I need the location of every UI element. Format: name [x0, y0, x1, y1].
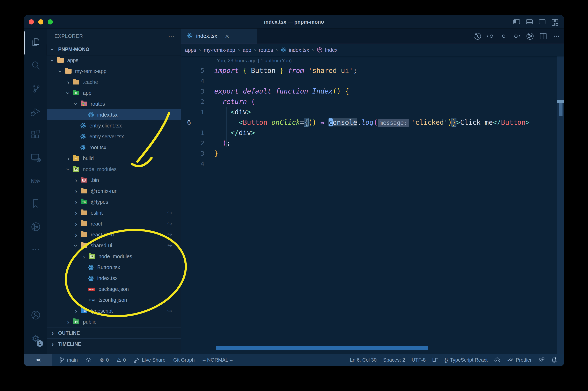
tree-item[interactable]: ›apps	[47, 55, 181, 66]
activity-nx-console[interactable]: N≫	[24, 170, 46, 193]
chevron-right-icon[interactable]: ›	[64, 153, 72, 164]
activity-accounts[interactable]	[24, 304, 46, 327]
tree-item[interactable]: ›⚙app	[47, 88, 181, 98]
tree-item[interactable]: ›01.bin	[47, 175, 181, 186]
zoom-window-button[interactable]	[48, 19, 53, 24]
minimize-window-button[interactable]	[38, 19, 43, 24]
chevron-down-icon[interactable]: ›	[57, 66, 64, 77]
close-tab-icon[interactable]: ×	[225, 33, 229, 40]
tree-item[interactable]: entry.server.tsx	[47, 131, 181, 142]
tree-item[interactable]: index.tsx	[47, 273, 181, 284]
activity-remote-explorer[interactable]	[24, 147, 46, 170]
breadcrumb-item[interactable]: apps	[185, 47, 196, 53]
tree-item[interactable]: ›routes	[47, 98, 181, 109]
code-editor[interactable]: You, 23 hours ago | 1 author (You) 5impo…	[181, 56, 564, 354]
panel-timeline[interactable]: ›TIMELINE	[47, 338, 181, 349]
status-live-share[interactable]: Live Share	[134, 357, 166, 363]
breadcrumb-item[interactable]: my-remix-app	[204, 47, 235, 53]
tree-item[interactable]: ›react↪	[47, 218, 181, 229]
status-language-mode[interactable]: {}TypeScript React	[445, 357, 488, 363]
breadcrumb-item[interactable]: routes	[259, 47, 273, 53]
git-branch-overview-button[interactable]	[525, 32, 535, 41]
chevron-right-icon[interactable]: ›	[72, 229, 80, 240]
tree-item[interactable]: ›public	[47, 316, 181, 327]
timeline-history-button[interactable]	[473, 32, 482, 41]
scrollbar-thumb[interactable]	[557, 100, 564, 103]
horizontal-scrollbar[interactable]	[216, 346, 428, 350]
vertical-scrollbar[interactable]	[557, 56, 564, 354]
activity-run-debug[interactable]	[24, 100, 46, 123]
activity-extensions[interactable]	[24, 123, 46, 147]
close-window-button[interactable]	[29, 19, 34, 24]
chevron-right-icon[interactable]: ›	[72, 175, 80, 186]
tree-item[interactable]: ›react-dom↪	[47, 229, 181, 240]
remote-indicator[interactable]: ><	[24, 354, 52, 366]
status-problems-warnings[interactable]: ⚠0	[116, 357, 126, 363]
status-eol-sequence[interactable]: LF	[432, 357, 438, 363]
chevron-right-icon[interactable]: ›	[72, 305, 80, 316]
chevron-right-icon[interactable]: ›	[64, 77, 72, 88]
tree-item[interactable]: entry.client.tsx	[47, 120, 181, 131]
status-feedback[interactable]	[538, 357, 544, 363]
more-actions-button[interactable]	[552, 32, 561, 41]
tree-item[interactable]: ›@remix-run	[47, 186, 181, 196]
activity-more[interactable]	[24, 239, 46, 262]
layout-sidebar-right-icon[interactable]	[539, 19, 546, 25]
panel-outline[interactable]: ›OUTLINE	[47, 327, 181, 338]
activity-git-graph[interactable]	[24, 216, 46, 239]
chevron-down-icon[interactable]: ›	[72, 98, 80, 109]
split-editor-button[interactable]	[539, 32, 548, 41]
status-indentation[interactable]: Spaces: 2	[383, 357, 405, 363]
tree-item[interactable]: ›○build	[47, 153, 181, 164]
previous-change-button[interactable]	[486, 32, 495, 41]
status-notifications[interactable]	[551, 357, 557, 363]
activity-source-control[interactable]	[24, 78, 46, 100]
tree-item[interactable]: Button.tsx	[47, 262, 181, 273]
status-git-branch[interactable]: main	[59, 357, 78, 363]
tab-index-tsx[interactable]: index.tsx ×	[181, 29, 257, 44]
status-encoding[interactable]: UTF-8	[412, 357, 426, 363]
chevron-right-icon[interactable]: ›	[72, 196, 80, 207]
tree-item[interactable]: ›eslint↪	[47, 207, 181, 218]
chevron-right-icon[interactable]: ›	[80, 251, 88, 262]
tree-item[interactable]: ›TStypescript↪	[47, 305, 181, 316]
activity-bookmarks[interactable]	[24, 193, 46, 216]
workspace-section-header[interactable]: › PNPM-MONO	[47, 44, 181, 55]
activity-search[interactable]	[24, 54, 46, 78]
status-problems-errors[interactable]: ⊗0	[99, 357, 109, 363]
sidebar-more-actions-icon[interactable]: ⋯	[168, 33, 175, 40]
status-git-graph[interactable]: Git Graph	[173, 357, 195, 363]
chevron-down-icon[interactable]: ›	[64, 88, 72, 98]
status-sync-changes[interactable]	[86, 357, 92, 363]
current-commit-button[interactable]	[499, 32, 508, 41]
chevron-right-icon[interactable]: ›	[72, 186, 80, 196]
tree-item[interactable]: ›TS@types	[47, 196, 181, 207]
chevron-down-icon[interactable]: ›	[49, 55, 57, 66]
tree-item[interactable]: ›JSnode_modules	[47, 251, 181, 262]
breadcrumb-item[interactable]: index.tsx	[281, 47, 309, 53]
tree-item[interactable]: ›.cache	[47, 77, 181, 88]
status-cursor-position[interactable]: Ln 6, Col 30	[350, 357, 377, 363]
status-vim-mode[interactable]: -- NORMAL --	[202, 357, 233, 363]
tree-item[interactable]: TS⚙tsconfig.json	[47, 294, 181, 305]
tree-item[interactable]: ›JSnode_modules	[47, 164, 181, 175]
status-formatter[interactable]: ✔✔Prettier	[507, 357, 532, 363]
tree-item[interactable]: index.tsx	[47, 109, 181, 120]
tree-item[interactable]: ›shared-ui↪	[47, 240, 181, 251]
chevron-down-icon[interactable]: ›	[72, 240, 80, 251]
layout-panel-icon[interactable]	[526, 19, 533, 25]
status-copilot[interactable]	[494, 357, 500, 363]
chevron-right-icon[interactable]: ›	[64, 316, 72, 327]
breadcrumb-item[interactable]: Index	[317, 47, 337, 53]
layout-grid-icon[interactable]	[551, 19, 558, 25]
tree-item[interactable]: ›my-remix-app	[47, 66, 181, 77]
breadcrumb-item[interactable]: app	[243, 47, 251, 53]
next-change-button[interactable]	[512, 32, 521, 41]
tree-item[interactable]: root.tsx	[47, 142, 181, 153]
chevron-right-icon[interactable]: ›	[72, 207, 80, 218]
activity-settings[interactable]: ⚙1	[24, 327, 46, 350]
chevron-right-icon[interactable]: ›	[72, 218, 80, 229]
activity-explorer[interactable]	[24, 31, 46, 54]
tree-item[interactable]: npmpackage.json	[47, 284, 181, 294]
layout-sidebar-left-icon[interactable]	[513, 19, 520, 25]
